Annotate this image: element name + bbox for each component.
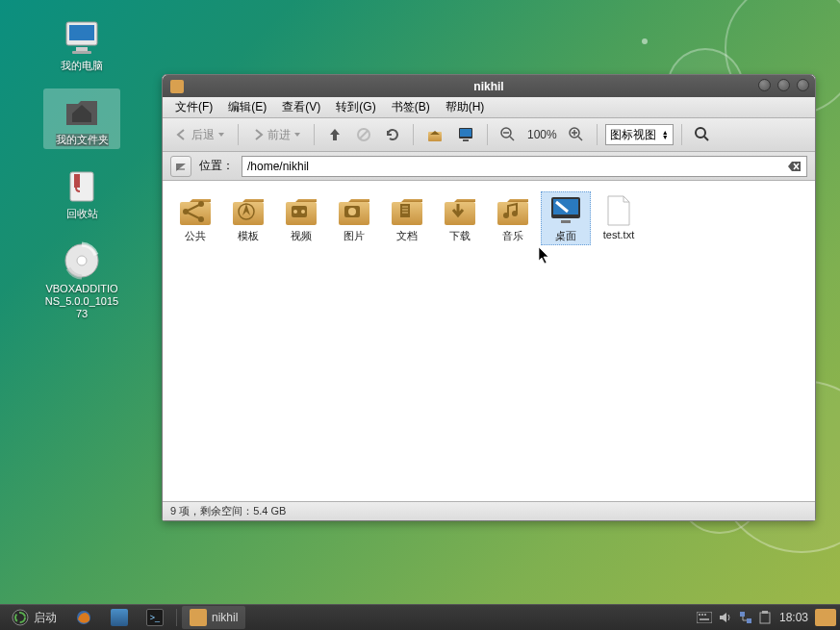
svg-line-16 bbox=[510, 137, 514, 140]
titlebar[interactable]: nikhil bbox=[163, 75, 815, 97]
svg-rect-52 bbox=[699, 614, 700, 616]
taskbar-task-nikhil[interactable]: nikhil bbox=[182, 606, 245, 629]
chevron-down-icon bbox=[217, 131, 225, 139]
maximize-button[interactable] bbox=[777, 79, 790, 91]
folder-icon bbox=[336, 193, 372, 228]
folder-icon bbox=[442, 193, 478, 228]
close-button[interactable] bbox=[797, 79, 809, 91]
svg-line-20 bbox=[578, 137, 582, 140]
menu-file[interactable]: 文件(F) bbox=[168, 97, 219, 117]
svg-point-21 bbox=[696, 128, 705, 138]
svg-rect-1 bbox=[69, 25, 94, 40]
monitor-icon bbox=[62, 17, 102, 58]
svg-rect-59 bbox=[762, 611, 768, 614]
desktop-icon-computer[interactable]: 我的电脑 bbox=[43, 14, 120, 75]
stop-button[interactable] bbox=[351, 124, 376, 145]
chevron-down-icon bbox=[293, 131, 301, 139]
menu-view[interactable]: 查看(V) bbox=[275, 97, 327, 117]
spinner-arrows-icon: ▲▼ bbox=[662, 130, 669, 139]
menu-go[interactable]: 转到(G) bbox=[329, 97, 382, 117]
location-bar: 位置： /home/nikhil bbox=[163, 152, 815, 181]
file-item-documents[interactable]: 文档 bbox=[382, 191, 432, 245]
menubar: 文件(F) 编辑(E) 查看(V) 转到(G) 书签(B) 帮助(H) bbox=[163, 97, 815, 118]
trash-icon bbox=[62, 165, 102, 206]
file-item-test-txt[interactable]: test.txt bbox=[594, 191, 644, 245]
item-label: 文档 bbox=[396, 229, 418, 243]
location-input[interactable]: /home/nikhil bbox=[242, 156, 807, 177]
svg-rect-57 bbox=[747, 618, 751, 623]
zoom-out-button[interactable] bbox=[496, 124, 521, 145]
quicklaunch-app[interactable] bbox=[103, 606, 136, 629]
svg-rect-3 bbox=[72, 51, 91, 54]
desktop-icon-label: 我的文件夹 bbox=[56, 134, 109, 146]
svg-rect-54 bbox=[704, 614, 706, 616]
zoom-in-button[interactable] bbox=[564, 124, 589, 145]
folder-icon bbox=[230, 193, 267, 228]
svg-rect-5 bbox=[74, 174, 80, 188]
start-button[interactable]: 启动 bbox=[4, 606, 64, 629]
file-item-desktop[interactable]: 桌面 bbox=[541, 191, 591, 245]
clock[interactable]: 18:03 bbox=[779, 611, 808, 624]
volume-icon[interactable] bbox=[719, 611, 732, 624]
menu-edit[interactable]: 编辑(E) bbox=[221, 97, 273, 117]
keyboard-icon[interactable] bbox=[697, 612, 712, 623]
clipboard-icon[interactable] bbox=[759, 611, 771, 624]
desktop[interactable]: 我的电脑 我的文件夹 回收站 VBOXADDITIONS_5.0.0_10157… bbox=[0, 0, 840, 630]
svg-point-35 bbox=[348, 208, 356, 215]
svg-rect-4 bbox=[70, 172, 93, 201]
reload-button[interactable] bbox=[380, 124, 405, 145]
home-folder-icon bbox=[62, 91, 102, 132]
file-item-templates[interactable]: 模板 bbox=[223, 191, 273, 245]
svg-rect-47 bbox=[561, 220, 571, 223]
zoom-level: 100% bbox=[524, 128, 560, 141]
file-view[interactable]: 公共模板视频图片文档下载音乐桌面test.txt bbox=[163, 181, 815, 501]
item-label: 音乐 bbox=[502, 229, 523, 243]
folder-icon bbox=[283, 193, 319, 228]
home-button[interactable] bbox=[421, 123, 448, 146]
window-title: nikhil bbox=[163, 80, 815, 93]
clear-icon[interactable] bbox=[788, 161, 802, 172]
svg-line-22 bbox=[704, 137, 708, 140]
svg-line-9 bbox=[360, 131, 368, 139]
search-button[interactable] bbox=[690, 124, 715, 145]
svg-point-31 bbox=[293, 210, 297, 214]
computer-button[interactable] bbox=[452, 123, 479, 146]
item-label: 公共 bbox=[185, 229, 206, 243]
file-icon bbox=[600, 193, 637, 228]
forward-button[interactable]: 前进 bbox=[246, 124, 306, 146]
view-mode-select[interactable]: 图标视图 ▲▼ bbox=[605, 124, 674, 145]
app-icon bbox=[111, 609, 128, 626]
svg-rect-2 bbox=[76, 47, 88, 51]
file-item-public[interactable]: 公共 bbox=[170, 191, 220, 245]
file-manager-window: nikhil 文件(F) 编辑(E) 查看(V) 转到(G) 书签(B) 帮助(… bbox=[162, 74, 816, 521]
desktop-icon-trash[interactable]: 回收站 bbox=[43, 163, 120, 223]
quicklaunch-terminal[interactable]: >_ bbox=[139, 606, 171, 629]
disc-icon bbox=[62, 240, 102, 281]
up-button[interactable] bbox=[322, 124, 347, 145]
location-label: 位置： bbox=[199, 158, 234, 174]
menu-help[interactable]: 帮助(H) bbox=[439, 97, 492, 117]
desktop-icons: 我的电脑 我的文件夹 回收站 VBOXADDITIONS_5.0.0_10157… bbox=[43, 14, 120, 323]
item-label: 图片 bbox=[344, 229, 365, 243]
folder-icon bbox=[389, 193, 425, 228]
desktop-icon-cdrom[interactable]: VBOXADDITIONS_5.0.0_101573 bbox=[43, 238, 120, 324]
file-item-videos[interactable]: 视频 bbox=[276, 191, 326, 245]
quicklaunch-firefox[interactable] bbox=[67, 606, 100, 629]
menu-bookmarks[interactable]: 书签(B) bbox=[385, 97, 437, 117]
network-icon[interactable] bbox=[739, 611, 752, 624]
svg-point-44 bbox=[512, 211, 518, 216]
item-label: 视频 bbox=[291, 229, 312, 243]
desktop-icon-home[interactable]: 我的文件夹 bbox=[43, 88, 120, 149]
svg-rect-58 bbox=[760, 613, 770, 623]
file-item-pictures[interactable]: 图片 bbox=[329, 191, 379, 245]
file-item-music[interactable]: 音乐 bbox=[488, 191, 538, 245]
back-button[interactable]: 后退 bbox=[170, 124, 230, 146]
location-toggle-button[interactable] bbox=[170, 156, 191, 177]
show-desktop-button[interactable] bbox=[815, 609, 836, 626]
minimize-button[interactable] bbox=[758, 79, 771, 91]
svg-point-7 bbox=[77, 256, 87, 265]
svg-rect-53 bbox=[701, 614, 703, 616]
svg-point-32 bbox=[301, 210, 305, 214]
file-item-downloads[interactable]: 下载 bbox=[435, 191, 485, 245]
start-icon bbox=[12, 609, 29, 626]
